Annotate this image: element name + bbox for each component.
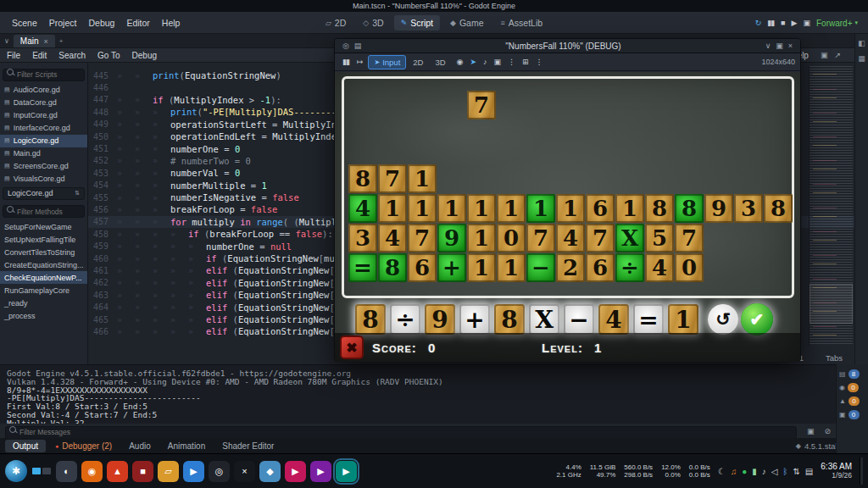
collapse-icon[interactable]: ∨ bbox=[763, 42, 774, 50]
taskbar-app-brave[interactable]: ▲ bbox=[107, 461, 128, 482]
script-item-logiccore-gd[interactable]: ▤LogicCore.gd bbox=[0, 135, 87, 147]
script-item-interfacecore-gd[interactable]: ▤InterfaceCore.gd bbox=[0, 122, 87, 135]
menu-editor[interactable]: Editor bbox=[121, 15, 154, 30]
warnings-panel[interactable]: ▲0 bbox=[839, 396, 865, 406]
method-item-rungameplaycore[interactable]: RunGameplayCore bbox=[0, 284, 87, 297]
tab-list-icon[interactable]: ∨ bbox=[0, 37, 14, 47]
script-item-datacore-gd[interactable]: ▤DataCore.gd bbox=[0, 97, 87, 109]
taskbar-app-red[interactable]: ■ bbox=[132, 461, 153, 482]
script-picker[interactable]: LogicCore.gd ⇅ bbox=[3, 187, 85, 200]
equation-tile[interactable]: 9 bbox=[425, 304, 455, 335]
taskbar-app-firefox[interactable]: ◉ bbox=[81, 461, 103, 482]
2d-mode-toggle[interactable]: 2D bbox=[408, 55, 428, 69]
method-item-ready[interactable]: _ready bbox=[0, 297, 87, 309]
menu-help[interactable]: Help bbox=[157, 15, 186, 30]
bluetooth-icon[interactable]: ᛒ bbox=[782, 467, 787, 476]
popout-icon[interactable]: ▣ bbox=[773, 42, 786, 50]
taskbar-app-blue[interactable]: ▶ bbox=[183, 461, 204, 482]
minimap-viewport[interactable] bbox=[810, 284, 853, 323]
virtual-desktop-pager[interactable] bbox=[32, 468, 51, 474]
bottom-tab-output[interactable]: Output bbox=[5, 440, 46, 452]
renderer-select[interactable]: Forward+ ▾ bbox=[816, 19, 858, 28]
misc-panel[interactable]: ▣0 bbox=[839, 410, 865, 419]
battery-icon[interactable]: ▮ bbox=[752, 467, 757, 476]
editor-menu-file[interactable]: File bbox=[2, 50, 25, 61]
stop-icon[interactable]: ■ bbox=[781, 19, 784, 27]
taskbar-app-video1[interactable]: ▶ bbox=[285, 461, 306, 482]
workspace-3d[interactable]: ◇3D bbox=[356, 15, 390, 30]
close-tab-icon[interactable]: × bbox=[44, 37, 48, 46]
method-item-setupfornewgame[interactable]: SetupForNewGame bbox=[0, 220, 87, 233]
equation-tile[interactable]: 4 bbox=[598, 304, 629, 335]
3d-mode-toggle[interactable]: 3D bbox=[430, 55, 450, 69]
script-item-audiocore-gd[interactable]: ▤AudioCore.gd bbox=[0, 84, 87, 97]
night-color-icon[interactable]: ☾ bbox=[718, 467, 726, 476]
menu-project[interactable]: Project bbox=[44, 15, 82, 30]
indent-mode[interactable]: Tabs bbox=[826, 353, 843, 363]
window-titlebar[interactable]: Main.tscn - "NumbersFall 110%" - Godot E… bbox=[0, 0, 868, 12]
code-minimap[interactable] bbox=[809, 66, 853, 346]
microphone-icon[interactable]: ♪ bbox=[762, 467, 766, 476]
bottom-tab-shader-editor[interactable]: Shader Editor bbox=[214, 440, 281, 452]
visibility-icon[interactable]: ◉ bbox=[454, 57, 465, 67]
taskbar-app-files[interactable]: ▱ bbox=[158, 461, 179, 482]
play-scene-icon[interactable]: ▶ bbox=[792, 19, 797, 27]
workspace-assetlib[interactable]: ≡AssetLib bbox=[494, 15, 550, 30]
updates-icon[interactable]: ● bbox=[742, 467, 747, 476]
equation-tile[interactable]: 8 bbox=[355, 304, 386, 335]
workspace-2d[interactable]: ▱2D bbox=[319, 15, 353, 30]
taskbar-app-obs[interactable]: ◎ bbox=[209, 461, 230, 482]
filter-methods-input[interactable] bbox=[3, 205, 85, 218]
audio-mute-icon[interactable]: ♪ bbox=[481, 57, 489, 67]
taskbar-app-video2[interactable]: ▶ bbox=[310, 461, 331, 482]
method-item-converttilestostring[interactable]: ConvertTilesToString bbox=[0, 246, 87, 258]
menu-debug[interactable]: Debug bbox=[83, 15, 120, 30]
copy-output-icon[interactable]: ▣ bbox=[802, 427, 820, 435]
editor-menu-search[interactable]: Search bbox=[53, 50, 91, 61]
method-item-process[interactable]: _process bbox=[0, 309, 87, 322]
network-icon[interactable]: ⇅ bbox=[793, 467, 799, 476]
embed-window-icon[interactable]: ▤ bbox=[352, 42, 364, 50]
taskbar-app-teal[interactable]: ▶ bbox=[336, 461, 357, 482]
game-window[interactable]: ◎▤ "NumbersFall 110%" (DEBUG) ∨▣× ▮▮↦ ➤I… bbox=[334, 38, 801, 362]
method-item-createequationstring[interactable]: CreateEquationString... bbox=[0, 258, 87, 271]
pause-icon[interactable]: ▮▮ bbox=[340, 57, 352, 67]
method-item-setupnextfallingtile[interactable]: SetUpNextFallingTile bbox=[0, 233, 87, 246]
sort-methods-icon[interactable]: ⇅ bbox=[75, 190, 80, 197]
pin-window-icon[interactable]: ◎ bbox=[340, 42, 352, 50]
workspace-script[interactable]: ✎Script bbox=[394, 15, 440, 30]
online-docs-icon[interactable]: ▣ bbox=[821, 51, 828, 59]
bottom-tab-audio[interactable]: Audio bbox=[121, 440, 159, 452]
equation-tile[interactable]: + bbox=[459, 304, 490, 335]
script-item-visualscore-gd[interactable]: ▤VisualsCore.gd bbox=[0, 173, 87, 186]
game-viewport[interactable]: 8÷9+8X−4=1 ↺ ✔ ✖ Score: 0 Level: 1 87141… bbox=[335, 72, 800, 362]
dock-grid-icon[interactable]: ▦ bbox=[858, 54, 865, 63]
errors-panel[interactable]: ◉0 bbox=[839, 383, 865, 392]
equation-tile[interactable]: 8 bbox=[494, 304, 525, 335]
equation-tile[interactable]: 1 bbox=[668, 304, 698, 335]
restart-game-icon[interactable]: ↻ bbox=[755, 19, 761, 27]
close-icon[interactable]: × bbox=[786, 42, 795, 50]
movie-mode-icon[interactable]: ▣ bbox=[803, 19, 810, 27]
equation-tile[interactable]: = bbox=[633, 304, 664, 335]
equation-tile[interactable]: ÷ bbox=[390, 304, 420, 335]
show-desktop-button[interactable] bbox=[860, 458, 863, 485]
media-player-icon[interactable]: ♫ bbox=[731, 467, 737, 476]
float-panel-icon[interactable]: ↗ bbox=[834, 51, 841, 59]
stack-panel[interactable]: ▤8 bbox=[839, 369, 865, 379]
game-window-titlebar[interactable]: ◎▤ "NumbersFall 110%" (DEBUG) ∨▣× bbox=[335, 39, 800, 53]
confirm-button[interactable]: ✔ bbox=[741, 303, 773, 336]
equation-tile[interactable]: − bbox=[564, 304, 594, 335]
input-mode-toggle[interactable]: ➤Input bbox=[368, 55, 406, 69]
taskbar-app-terminal[interactable]: × bbox=[234, 461, 255, 482]
scene-tab-main[interactable]: Main × bbox=[14, 35, 55, 47]
taskbar-app-dark[interactable]: ◐ bbox=[56, 461, 77, 482]
bottom-tab-animation[interactable]: Animation bbox=[160, 440, 213, 452]
select-tool-icon[interactable]: ➤ bbox=[467, 57, 478, 67]
taskbar-clock[interactable]: 6:36 AM 1/9/26 bbox=[821, 463, 852, 480]
method-item-checkequationnewp[interactable]: CheckEquationNewP... bbox=[0, 271, 87, 284]
editor-menu-debug[interactable]: Debug bbox=[127, 50, 162, 61]
editor-menu-go-to[interactable]: Go To bbox=[92, 50, 125, 61]
embed-options-icon[interactable]: ⊞ bbox=[520, 57, 531, 67]
script-item-main-gd[interactable]: ▤Main.gd bbox=[0, 147, 87, 160]
